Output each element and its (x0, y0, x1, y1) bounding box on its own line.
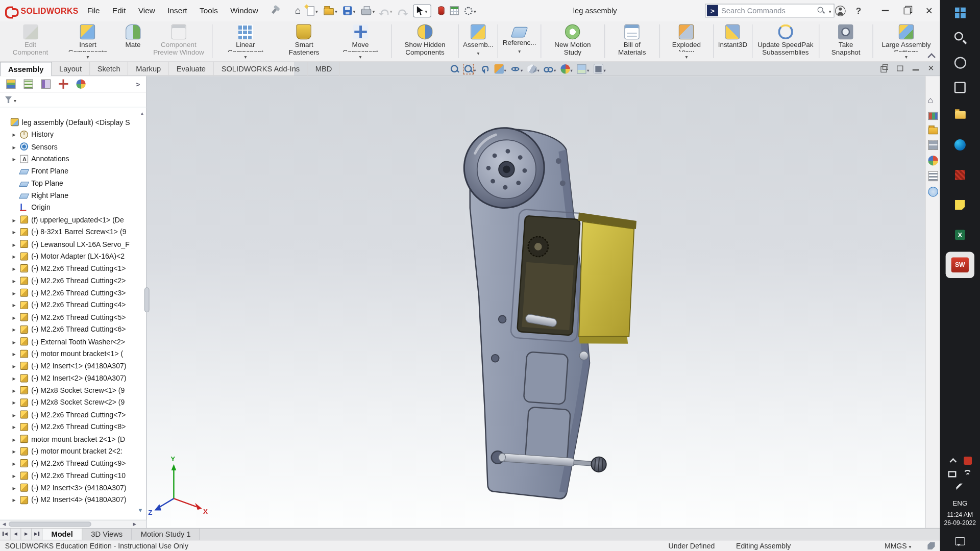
ribbon-collapse-chevron-icon[interactable] (927, 53, 935, 59)
expand-arrow-icon[interactable] (12, 300, 20, 309)
toolbar-button[interactable] (448, 5, 460, 16)
ribbon-button[interactable]: Exploded View (662, 22, 711, 61)
headsup-tool[interactable] (510, 64, 523, 73)
dropdown-caret-icon[interactable] (474, 65, 476, 73)
search-commands-box[interactable]: Search Commands (705, 4, 834, 17)
dropdown-caret-icon[interactable] (353, 6, 356, 15)
notification-center[interactable] (940, 533, 980, 549)
ribbon-button[interactable] (659, 24, 660, 58)
dropdown-caret-icon[interactable] (335, 6, 337, 15)
tree-item[interactable]: Right Plane (0, 189, 146, 202)
ribbon-button[interactable]: Linear Component Pattern (214, 22, 277, 61)
displaymanager-tab-icon[interactable] (76, 80, 85, 89)
dropdown-caret-icon[interactable] (603, 65, 605, 73)
tray-network-icon[interactable] (963, 470, 972, 479)
expand-arrow-icon[interactable] (12, 288, 20, 297)
expand-arrow-icon[interactable] (12, 471, 20, 480)
ribbon-button[interactable]: Insert Components (57, 22, 119, 61)
taskbar-app-icon[interactable] (940, 130, 980, 160)
document-view-tab[interactable]: Motion Study 1 (132, 529, 201, 540)
tree-item[interactable]: (-) motor mount bracket 2<2: (0, 445, 146, 457)
taskbar-app-icon[interactable] (940, 220, 980, 250)
commandmanager-tab[interactable]: MBD (308, 62, 340, 76)
headsup-tool[interactable] (450, 64, 459, 73)
expand-arrow-icon[interactable] (12, 228, 20, 236)
dropdown-caret-icon[interactable] (905, 52, 908, 61)
ribbon-button[interactable]: Instant3D (716, 22, 750, 61)
expand-arrow-icon[interactable] (12, 313, 20, 321)
tray-solidworks-icon[interactable] (964, 457, 972, 465)
expand-arrow-icon[interactable] (12, 435, 20, 443)
tree-filter-bar[interactable] (0, 92, 146, 107)
tree-item[interactable]: (-) M2x8 Socket Screw<1> (9 (0, 384, 146, 396)
dropdown-caret-icon[interactable] (570, 65, 572, 73)
restore-button[interactable] (896, 0, 918, 21)
dropdown-caret-icon[interactable] (244, 52, 247, 61)
tab-scroll-next[interactable] (21, 529, 32, 540)
propertymanager-tab-icon[interactable] (24, 80, 33, 89)
expand-arrow-icon[interactable] (12, 447, 20, 456)
tree-item[interactable]: Sensors (0, 141, 146, 153)
panel-splitter-handle[interactable] (144, 287, 150, 312)
ribbon-button[interactable] (498, 24, 498, 58)
dimxpertmanager-tab-icon[interactable] (59, 80, 68, 89)
commandmanager-tab[interactable]: Layout (52, 62, 90, 76)
tree-item[interactable]: (-) motor mount bracket<1> ( (0, 347, 146, 360)
ribbon-button[interactable]: Update SpeedPak Subassemblies (754, 22, 817, 61)
commandmanager-tab[interactable]: Evaluate (169, 62, 214, 76)
tree-item[interactable]: leg assembly (Default) <Display S (0, 116, 146, 129)
ribbon-button[interactable]: Mate (118, 22, 147, 61)
tree-item[interactable]: (-) Lewansoul LX-16A Servo_F (0, 238, 146, 251)
tree-item[interactable]: (-) M2 Insert<2> (94180A307) (0, 372, 146, 384)
ribbon-button[interactable] (752, 24, 752, 58)
toolbar-button[interactable] (341, 5, 357, 16)
ribbon-button[interactable]: Move Component (331, 22, 389, 61)
ribbon-button[interactable] (458, 24, 458, 58)
expand-arrow-icon[interactable] (12, 130, 20, 139)
tree-item[interactable]: (-) M2x8 Socket Screw<2> (9 (0, 396, 146, 409)
tree-more-indicator-icon[interactable] (137, 507, 143, 513)
tree-item[interactable]: (-) M2 Insert<4> (94180A307) (0, 494, 146, 506)
ribbon-button[interactable]: Take Snapshot (821, 22, 871, 61)
graphics-viewport[interactable]: Y X Z (147, 76, 925, 528)
dropdown-caret-icon[interactable] (425, 6, 427, 15)
tree-scroll-up-icon[interactable] (140, 111, 144, 116)
dropdown-caret-icon[interactable] (359, 52, 362, 61)
dropdown-caret-icon[interactable] (390, 6, 393, 15)
doc-restore-icon[interactable] (896, 64, 904, 72)
tree-item[interactable]: Top Plane (0, 177, 146, 189)
dropdown-caret-icon[interactable] (521, 65, 523, 73)
taskbar-app-icon[interactable] (940, 160, 980, 190)
tab-scroll-prev[interactable] (11, 529, 21, 540)
toolbar-button[interactable] (436, 5, 446, 16)
menu-item[interactable]: Insert (167, 6, 187, 15)
taskpane-icon[interactable] (928, 156, 938, 166)
expand-arrow-icon[interactable] (12, 410, 20, 419)
taskbar-app-icon[interactable] (940, 250, 980, 280)
tree-item[interactable]: (-) Motor Adapter (LX-16A)<2 (0, 250, 146, 262)
headsup-tool[interactable] (560, 64, 573, 73)
headsup-tool[interactable] (544, 64, 556, 73)
featuremanager-tab-icon[interactable] (6, 80, 15, 89)
commandmanager-tab[interactable]: Sketch (90, 62, 129, 76)
commandmanager-tab[interactable]: Markup (129, 62, 169, 76)
tree-item[interactable]: Origin (0, 202, 146, 214)
document-view-tab[interactable]: 3D Views (82, 529, 132, 540)
tags-icon[interactable] (927, 542, 935, 549)
dropdown-caret-icon[interactable] (474, 6, 476, 15)
tree-horizontal-scrollbar[interactable] (0, 520, 146, 528)
search-icon[interactable] (818, 7, 825, 14)
tree-item[interactable]: (-) M2.2x6 Thread Cutting<5> (0, 311, 146, 323)
document-view-tab[interactable]: Model (42, 529, 82, 540)
scroll-right-icon[interactable] (131, 520, 139, 528)
taskbar-language[interactable]: ENG (940, 499, 980, 507)
tree-item[interactable]: (-) M2.2x6 Thread Cutting<1> (0, 262, 146, 274)
expand-arrow-icon[interactable] (12, 398, 20, 407)
dropdown-caret-icon[interactable] (373, 6, 375, 15)
dropdown-caret-icon[interactable] (537, 65, 540, 73)
tree-item[interactable]: (-) M2.2x6 Thread Cutting<2> (0, 274, 146, 287)
pin-menu-icon[interactable] (272, 8, 277, 14)
tree-item[interactable]: Front Plane (0, 165, 146, 177)
expand-arrow-icon[interactable] (12, 240, 20, 248)
menu-item[interactable]: Window (230, 6, 258, 15)
